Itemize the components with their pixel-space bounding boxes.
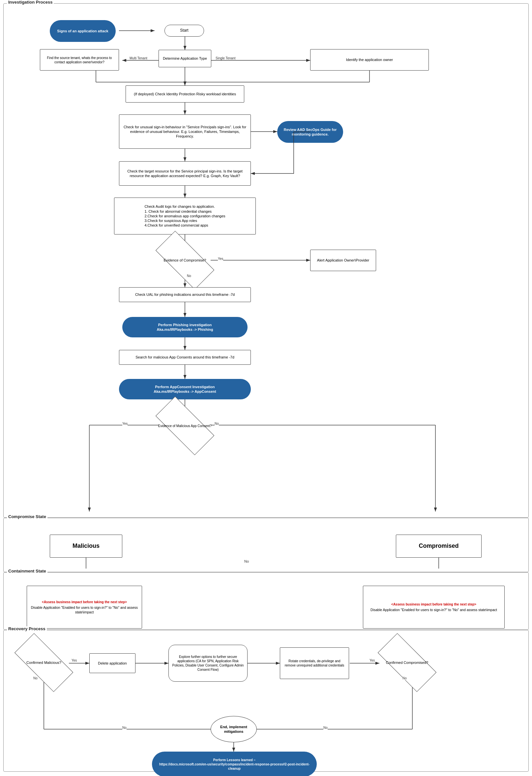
check-unusual-signin-node: Check for unusual sign-in behaviour in "… xyxy=(119,115,251,149)
conf-comp-no: No xyxy=(403,676,407,680)
search-malicious-node: Search for malicious App Consents around… xyxy=(119,350,251,365)
containment-label: Containment State xyxy=(7,569,47,574)
perform-lessons-node: Perform Lessons learned – https://docs.m… xyxy=(152,752,317,776)
containment-flowchart: <Assess business impact before taking th… xyxy=(7,579,525,626)
explore-further-node: Explore further options to further secur… xyxy=(169,645,248,682)
conf-mal-yes: Yes xyxy=(71,658,77,662)
malicious-yes-label: Yes xyxy=(122,422,127,425)
confirmed-compromised-node: Confirmed Compromised? xyxy=(379,649,435,676)
find-source-tenant-node: Find the source tenant, whats the proces… xyxy=(40,49,119,70)
containment-right-node: <Assess business impact before taking th… xyxy=(363,586,505,629)
aad-to-target-arrow xyxy=(7,10,525,514)
compromise-flowchart: Malicious Compromised No xyxy=(7,525,525,569)
page-wrapper: Investigation Process xyxy=(0,0,532,775)
signs-attack-node: Signs of an application attack xyxy=(50,20,116,42)
containment-left-red: <Assess business impact before taking th… xyxy=(42,600,127,604)
review-aad-arrow xyxy=(7,10,525,514)
check-target-resource-node: Check the target resource for the Servic… xyxy=(119,161,251,186)
recovery-section: Recovery Process xyxy=(3,630,529,772)
conf-comp-yes: Yes xyxy=(369,658,375,662)
containment-right-red: <Assess business impact before taking th… xyxy=(391,602,476,606)
recovery-flowchart: Confirmed Malicious? Yes No Delete appli… xyxy=(7,637,525,768)
evidence-no-label: No xyxy=(187,274,191,278)
end-implement-node: End, implement mitigations xyxy=(211,716,257,742)
bottom-no-right: No xyxy=(323,726,328,730)
investigation-flowchart: Start Signs of an application attack Det… xyxy=(7,10,525,514)
bottom-no-left: No xyxy=(122,726,126,730)
conf-mal-no: No xyxy=(33,676,38,680)
check-ual-node: Check UAL for phishing indications arrou… xyxy=(119,287,251,302)
confirmed-malicious-node: Confirmed Malicious? xyxy=(16,649,71,676)
evidence-malicious-node: Evidence of Malicious App Consent? xyxy=(157,412,213,440)
recovery-arrows xyxy=(7,637,525,768)
alert-owner-node: Alert Application Owner\Provider xyxy=(310,250,376,271)
multi-tenant-label: Multi Tenant xyxy=(129,56,147,60)
recovery-label: Recovery Process xyxy=(7,626,47,631)
compromise-section: Compromise State Malicious Compromised N… xyxy=(3,518,529,572)
perform-appconsent-node: Perform AppConsent Investigation Aka.ms/… xyxy=(119,379,251,399)
investigation-section: Investigation Process xyxy=(3,3,529,518)
compromise-no-label: No xyxy=(244,559,249,563)
malicious-node: Malicious xyxy=(50,535,122,558)
compromised-node: Compromised xyxy=(396,535,482,558)
containment-section: Containment State <Assess business impac… xyxy=(3,572,529,630)
check-audit-logs-node: Check Audit logs for changes to applicat… xyxy=(114,198,256,234)
rotate-credentials-node: Rotate credentials, de-privilege and rem… xyxy=(280,647,349,679)
delete-application-node: Delete application xyxy=(89,653,136,673)
investigation-label: Investigation Process xyxy=(7,0,54,5)
containment-right-body: Disable Application "Enabled for users t… xyxy=(370,608,497,612)
perform-phishing-node: Perform Phishing investigation Aka.ms/IR… xyxy=(122,317,248,337)
check-identity-protection-node: (If deployed) Check Identity Protection … xyxy=(125,85,244,103)
investigation-arrows xyxy=(7,10,525,514)
containment-left-body: Disable Application "Enabled for users t… xyxy=(30,605,139,614)
determine-app-type-node: Determine Application Type xyxy=(159,50,211,67)
malicious-no-label: No xyxy=(215,422,219,425)
single-tenant-label: Single Tenant xyxy=(216,56,235,60)
compromise-label: Compromise State xyxy=(7,514,47,519)
evidence-yes-label: Yes xyxy=(218,257,223,260)
evidence-compromise-node: Evidence of Compromise? xyxy=(157,246,213,274)
review-aad-node: Review AAD SecOps Guide for monitoring g… xyxy=(277,121,343,143)
start-node: Start xyxy=(165,25,204,37)
containment-left-node: <Assess business impact before taking th… xyxy=(27,586,142,629)
identify-owner-node: Identify the application owner xyxy=(310,49,429,70)
